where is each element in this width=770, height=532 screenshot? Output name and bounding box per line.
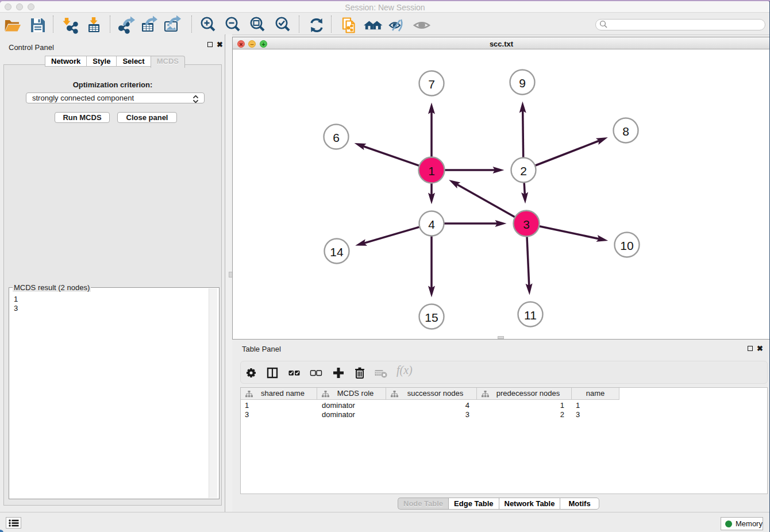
svg-text:15: 15 bbox=[425, 311, 438, 324]
svg-text:4: 4 bbox=[428, 218, 435, 231]
svg-text:9: 9 bbox=[519, 76, 526, 90]
svg-text:8: 8 bbox=[622, 125, 629, 138]
svg-text:6: 6 bbox=[333, 131, 340, 144]
svg-text:3: 3 bbox=[523, 218, 530, 231]
svg-text:10: 10 bbox=[620, 239, 633, 252]
svg-text:2: 2 bbox=[520, 164, 527, 178]
svg-text:1: 1 bbox=[428, 164, 435, 178]
svg-text:11: 11 bbox=[524, 309, 537, 322]
svg-text:7: 7 bbox=[428, 78, 435, 91]
svg-text:14: 14 bbox=[330, 245, 344, 259]
